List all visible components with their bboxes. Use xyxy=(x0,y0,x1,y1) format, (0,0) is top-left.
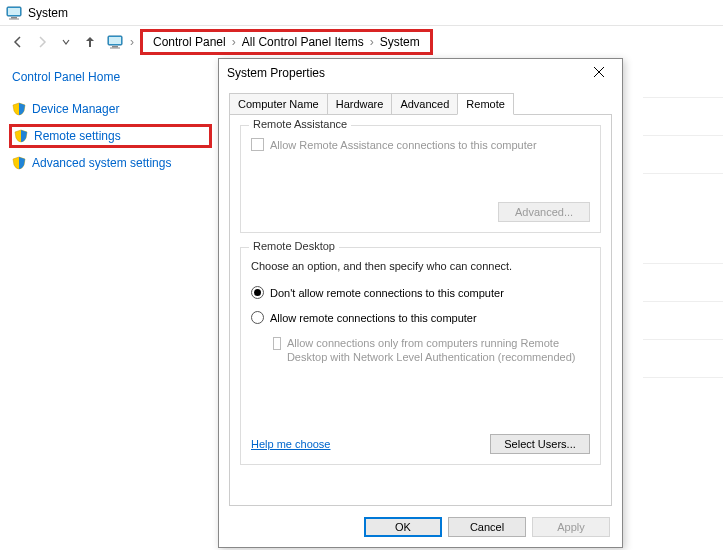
radio-icon xyxy=(251,311,264,324)
tab-computer-name[interactable]: Computer Name xyxy=(229,93,328,115)
apply-button: Apply xyxy=(532,517,610,537)
select-users-button[interactable]: Select Users... xyxy=(490,434,590,454)
close-button[interactable] xyxy=(584,66,614,81)
breadcrumb: Control Panel › All Control Panel Items … xyxy=(140,29,433,55)
sidebar-item-device-manager[interactable]: Device Manager xyxy=(12,102,212,116)
system-properties-dialog: System Properties Computer Name Hardware… xyxy=(218,58,623,548)
remote-assistance-group: Remote Assistance Allow Remote Assistanc… xyxy=(240,125,601,233)
window-titlebar: System xyxy=(0,0,723,26)
control-panel-home-link[interactable]: Control Panel Home xyxy=(12,70,212,84)
svg-rect-6 xyxy=(112,46,118,48)
breadcrumb-control-panel[interactable]: Control Panel xyxy=(149,35,230,49)
sidebar-item-advanced-system[interactable]: Advanced system settings xyxy=(12,156,212,170)
dialog-titlebar[interactable]: System Properties xyxy=(219,59,622,87)
nla-checkbox: Allow connections only from computers ru… xyxy=(273,336,590,365)
chevron-right-icon[interactable]: › xyxy=(128,35,136,49)
radio-label: Don't allow remote connections to this c… xyxy=(270,287,504,299)
shield-icon xyxy=(12,102,26,116)
ok-button[interactable]: OK xyxy=(364,517,442,537)
recent-dropdown[interactable] xyxy=(54,30,78,54)
location-icon xyxy=(106,34,124,50)
breadcrumb-all-items[interactable]: All Control Panel Items xyxy=(238,35,368,49)
cancel-button[interactable]: Cancel xyxy=(448,517,526,537)
sidebar-item-label: Remote settings xyxy=(34,129,121,143)
up-button[interactable] xyxy=(78,30,102,54)
radio-icon xyxy=(251,286,264,299)
remote-desktop-description: Choose an option, and then specify who c… xyxy=(251,260,590,272)
radio-dont-allow[interactable]: Don't allow remote connections to this c… xyxy=(251,286,590,299)
checkbox-label: Allow connections only from computers ru… xyxy=(287,336,590,365)
checkbox-label: Allow Remote Assistance connections to t… xyxy=(270,139,537,151)
allow-remote-assistance-checkbox: Allow Remote Assistance connections to t… xyxy=(251,138,590,151)
window-title: System xyxy=(28,6,68,20)
chevron-right-icon[interactable]: › xyxy=(230,35,238,49)
shield-icon xyxy=(12,156,26,170)
svg-rect-2 xyxy=(11,17,17,19)
tab-page-remote: Remote Assistance Allow Remote Assistanc… xyxy=(229,114,612,506)
svg-rect-1 xyxy=(8,8,20,15)
tab-strip: Computer Name Hardware Advanced Remote xyxy=(219,87,622,115)
sidebar-item-label: Advanced system settings xyxy=(32,156,171,170)
svg-rect-7 xyxy=(110,48,120,49)
radio-label: Allow remote connections to this compute… xyxy=(270,312,477,324)
help-me-choose-link[interactable]: Help me choose xyxy=(251,438,331,450)
breadcrumb-system[interactable]: System xyxy=(376,35,424,49)
navigation-bar: › Control Panel › All Control Panel Item… xyxy=(0,26,723,58)
svg-rect-5 xyxy=(109,37,121,44)
back-button[interactable] xyxy=(6,30,30,54)
tab-remote[interactable]: Remote xyxy=(457,93,514,115)
tab-advanced[interactable]: Advanced xyxy=(391,93,458,115)
left-nav-panel: Control Panel Home Device Manager Remote… xyxy=(12,70,212,178)
checkbox-icon xyxy=(251,138,264,151)
chevron-right-icon[interactable]: › xyxy=(368,35,376,49)
sidebar-item-label: Device Manager xyxy=(32,102,119,116)
group-legend: Remote Assistance xyxy=(249,118,351,130)
radio-allow[interactable]: Allow remote connections to this compute… xyxy=(251,311,590,324)
tab-hardware[interactable]: Hardware xyxy=(327,93,393,115)
group-legend: Remote Desktop xyxy=(249,240,339,252)
close-icon xyxy=(593,66,605,78)
background-content-rows xyxy=(643,60,723,378)
checkbox-icon xyxy=(273,337,281,350)
system-icon xyxy=(6,5,22,21)
dialog-button-row: OK Cancel Apply xyxy=(364,517,610,537)
shield-icon xyxy=(14,129,28,143)
svg-rect-3 xyxy=(9,18,19,19)
forward-button xyxy=(30,30,54,54)
remote-assistance-advanced-button: Advanced... xyxy=(498,202,590,222)
sidebar-item-remote-settings[interactable]: Remote settings xyxy=(9,124,212,148)
remote-desktop-group: Remote Desktop Choose an option, and the… xyxy=(240,247,601,465)
dialog-title: System Properties xyxy=(227,66,584,80)
